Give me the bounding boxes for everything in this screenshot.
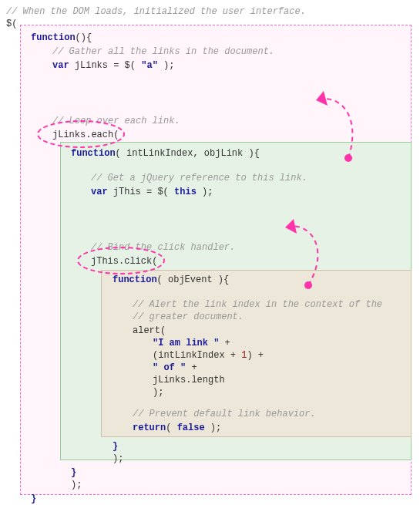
string-literal: "I am link " [153,338,219,348]
code-line: // When the DOM loads, initialized the u… [6,5,306,19]
comment-text: // greater document. [133,311,244,322]
code-token: ); [113,453,123,464]
comment-text: // Prevent default link behavior. [133,409,316,419]
code-line: ); [113,452,123,466]
brace: } [113,441,118,452]
keyword-function: function [113,274,157,285]
code-line: function( objEvent ){ [113,273,229,288]
code-line: // Loop over each link. [52,114,180,129]
comment-text: // Loop over each link. [52,116,180,126]
code-line: function(){ [31,31,92,45]
code-token: jThis = $( [108,187,174,197]
code-token: alert( [133,325,166,336]
code-token: (){ [76,32,92,43]
code-token: (intLinkIndex + [153,350,241,361]
code-token: ) + [247,350,264,361]
keyword-function: function [31,32,76,43]
keyword-return: return [133,423,166,433]
comment-text: // Alert the link index in the context o… [133,299,382,310]
code-token: jThis.click( [91,256,157,267]
keyword-var: var [91,187,108,197]
code-line: // greater document. [133,310,244,325]
code-token: + [186,362,197,373]
code-token: jLinks = $( [69,60,142,71]
comment-text: // Gather all the links in the document. [52,46,274,57]
code-token: ( objEvent ){ [157,274,230,285]
code-line: ); [71,478,82,493]
brace: } [31,493,36,504]
code-line: } [31,492,36,505]
code-line: jLinks.each( [52,128,119,143]
string-literal: "a" [141,60,158,71]
keyword-var: var [52,60,69,71]
code-token: + [219,338,230,348]
code-diagram: // When the DOM loads, initialized the u… [0,0,420,505]
brace: } [71,467,76,478]
code-line: ); [153,385,163,400]
code-token: $( [6,19,17,29]
code-line: // Get a jQuery reference to this link. [91,171,307,186]
code-line: function( intLinkIndex, objLink ){ [71,146,260,161]
code-line: // Prevent default link behavior. [133,407,316,422]
comment-text: // When the DOM loads, initialized the u… [6,6,306,17]
code-line: var jLinks = $( "a" ); [52,59,174,73]
code-line: // Bind the click handler. [91,241,235,255]
code-token: ( intLinkIndex, objLink ){ [116,148,260,159]
comment-text: // Bind the click handler. [91,242,235,253]
outer-scope-dot [344,154,352,162]
code-line: // Gather all the links in the document. [52,45,274,59]
code-line: $( [6,17,17,32]
code-line: return( false ); [133,421,221,436]
code-token: jLinks.length [153,375,225,385]
code-token: ); [158,60,175,71]
code-token: jLinks.each( [52,130,119,140]
code-token: ); [197,187,213,197]
code-line: jThis.click( [91,254,157,269]
code-line: var jThis = $( this ); [91,185,213,200]
comment-text: // Get a jQuery reference to this link. [91,173,307,183]
keyword-this: this [174,187,197,197]
mid-scope-dot [304,281,312,289]
boolean-literal: false [177,423,205,433]
code-token: ( [166,423,176,433]
keyword-function: function [71,148,116,159]
code-token: ); [153,387,163,398]
code-token: ); [71,480,82,490]
code-token: ); [205,423,222,433]
string-literal: " of " [153,362,186,373]
